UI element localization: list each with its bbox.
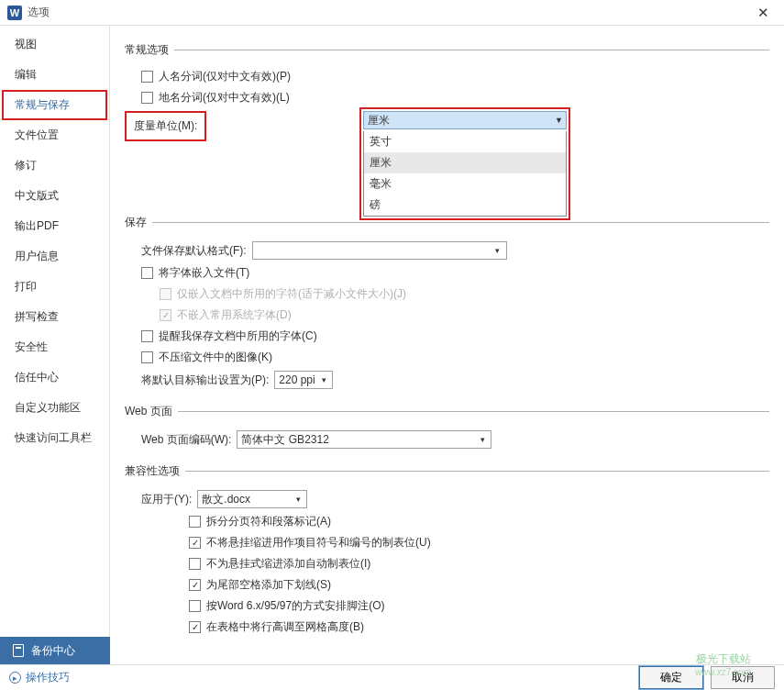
label-no-compress: 不压缩文件中的图像(K): [159, 350, 272, 365]
app-icon: W: [7, 6, 22, 20]
unit-option-cm[interactable]: 厘米: [364, 152, 566, 173]
checkbox-name-seg[interactable]: [141, 71, 153, 83]
unit-select[interactable]: 厘米 ▼: [363, 111, 567, 129]
play-icon: ▸: [9, 672, 21, 684]
select-default-format[interactable]: ▾: [252, 241, 507, 260]
document-icon: [13, 644, 24, 657]
content-pane: 常规选项 人名分词(仅对中文有效)(P) 地名分词(仅对中文有效)(L) 度量单…: [110, 26, 784, 637]
group-web: Web 页面 Web 页面编码(W): 简体中文 GB2312 ▾: [125, 404, 769, 454]
checkbox-no-hang-tab[interactable]: [189, 537, 201, 549]
cancel-button[interactable]: 取消: [711, 666, 775, 689]
bottom-band: 备份中心: [0, 637, 784, 664]
label-remind-fonts: 提醒我保存文档中所用的字体(C): [159, 328, 317, 344]
backup-center-button[interactable]: 备份中心: [0, 637, 110, 664]
group-general: 常规选项 人名分词(仅对中文有效)(P) 地名分词(仅对中文有效)(L) 度量单…: [125, 42, 769, 206]
label-embed-only-used: 仅嵌入文档中所用的字符(适于减小文件大小)(J): [177, 286, 406, 302]
label-trailing-underline: 为尾部空格添加下划线(S): [206, 577, 331, 593]
select-apply-to-value: 散文.docx: [202, 492, 250, 507]
unit-option-pt[interactable]: 磅: [364, 195, 566, 216]
legend-compat: 兼容性选项: [125, 463, 185, 479]
chevron-down-icon: ▾: [476, 433, 489, 446]
sidebar-item-edit[interactable]: 编辑: [0, 60, 109, 90]
sidebar-item-custom-ribbon[interactable]: 自定义功能区: [0, 393, 109, 423]
group-save: 保存 文件保存默认格式(F): ▾ 将字体嵌入文件(T) 仅嵌入文档中所用的字符…: [125, 215, 769, 395]
sidebar-item-quick-access[interactable]: 快速访问工具栏: [0, 423, 109, 453]
footer: ▸ 操作技巧 确定 取消: [0, 664, 784, 690]
backup-center-label: 备份中心: [31, 643, 75, 659]
group-compat: 兼容性选项 应用于(Y): 散文.docx ▾ 拆分分页符和段落标记(A) 不将…: [125, 463, 769, 637]
select-ppi-value: 220 ppi: [279, 373, 315, 386]
unit-dropdown-open: 厘米 ▼ 英寸 厘米 毫米 磅: [359, 107, 570, 220]
label-ppi: 将默认目标输出设置为(P):: [141, 373, 269, 388]
sidebar: 视图 编辑 常规与保存 文件位置 修订 中文版式 输出PDF 用户信息 打印 拼…: [0, 26, 110, 637]
label-name-seg: 人名分词(仅对中文有效)(P): [159, 69, 291, 84]
chevron-down-icon: ▼: [555, 116, 563, 125]
sidebar-item-general-save[interactable]: 常规与保存: [2, 90, 107, 120]
checkbox-embed-fonts[interactable]: [141, 267, 153, 279]
legend-web: Web 页面: [125, 404, 178, 419]
label-no-auto-tab: 不为悬挂式缩进添加自动制表位(I): [206, 556, 370, 572]
close-icon[interactable]: ✕: [750, 3, 777, 23]
select-web-encoding[interactable]: 简体中文 GB2312 ▾: [237, 430, 491, 449]
label-unit: 度量单位(M):: [125, 111, 206, 141]
checkbox-embed-only-used: [160, 288, 171, 300]
checkbox-no-auto-tab[interactable]: [189, 558, 201, 570]
sidebar-item-trust-center[interactable]: 信任中心: [0, 362, 109, 393]
window-title: 选项: [28, 5, 750, 20]
label-web-encoding: Web 页面编码(W):: [141, 432, 231, 448]
checkbox-place-seg[interactable]: [141, 92, 153, 104]
sidebar-item-chinese-layout[interactable]: 中文版式: [0, 181, 109, 211]
label-table-grid-height: 在表格中将行高调至网格高度(B): [206, 619, 364, 635]
sidebar-item-output-pdf[interactable]: 输出PDF: [0, 211, 109, 241]
label-apply-to: 应用于(Y):: [141, 492, 192, 507]
checkbox-word6-footnote[interactable]: [189, 600, 201, 612]
ok-button[interactable]: 确定: [639, 666, 703, 689]
select-web-encoding-value: 简体中文 GB2312: [241, 432, 328, 448]
unit-select-value: 厘米: [368, 113, 390, 128]
tips-label: 操作技巧: [26, 670, 70, 685]
checkbox-no-embed-common: [160, 309, 171, 321]
legend-save: 保存: [125, 215, 152, 230]
titlebar: W 选项 ✕: [0, 0, 784, 26]
label-place-seg: 地名分词(仅对中文有效)(L): [159, 90, 290, 106]
label-default-format: 文件保存默认格式(F):: [141, 243, 247, 259]
chevron-down-icon: ▾: [292, 493, 304, 506]
select-ppi[interactable]: 220 ppi ▾: [274, 371, 333, 389]
chevron-down-icon: ▾: [491, 244, 504, 257]
checkbox-no-compress[interactable]: [141, 351, 153, 363]
select-apply-to[interactable]: 散文.docx ▾: [197, 490, 307, 508]
checkbox-trailing-underline[interactable]: [189, 579, 201, 591]
sidebar-item-revision[interactable]: 修订: [0, 150, 109, 181]
sidebar-item-file-location[interactable]: 文件位置: [0, 120, 109, 150]
label-no-hang-tab: 不将悬挂缩进用作项目符号和编号的制表位(U): [206, 535, 431, 551]
tips-link[interactable]: ▸ 操作技巧: [9, 670, 70, 685]
sidebar-item-spellcheck[interactable]: 拼写检查: [0, 302, 109, 332]
sidebar-item-print[interactable]: 打印: [0, 272, 109, 302]
label-embed-fonts: 将字体嵌入文件(T): [159, 265, 249, 281]
unit-option-inch[interactable]: 英寸: [364, 131, 566, 152]
label-word6-footnote: 按Word 6.x/95/97的方式安排脚注(O): [206, 598, 384, 614]
unit-option-mm[interactable]: 毫米: [364, 173, 566, 195]
sidebar-item-view[interactable]: 视图: [0, 29, 109, 60]
chevron-down-icon: ▾: [317, 373, 330, 386]
label-split-break: 拆分分页符和段落标记(A): [206, 514, 331, 529]
sidebar-item-user-info[interactable]: 用户信息: [0, 241, 109, 272]
checkbox-remind-fonts[interactable]: [141, 330, 153, 342]
checkbox-split-break[interactable]: [189, 516, 201, 528]
label-no-embed-common: 不嵌入常用系统字体(D): [177, 307, 292, 323]
sidebar-item-security[interactable]: 安全性: [0, 332, 109, 362]
checkbox-table-grid-height[interactable]: [189, 621, 201, 633]
legend-general: 常规选项: [125, 42, 174, 58]
unit-option-list: 英寸 厘米 毫米 磅: [363, 131, 567, 217]
